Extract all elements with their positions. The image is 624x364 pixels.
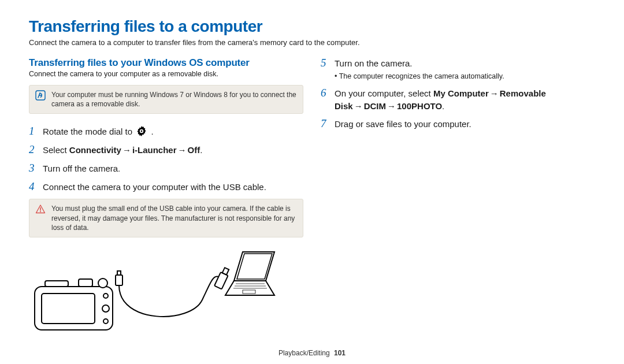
step-3-text: Turn off the camera. bbox=[43, 162, 303, 175]
info-icon bbox=[35, 90, 46, 101]
step-6-mycomputer: My Computer bbox=[433, 88, 489, 98]
svg-rect-14 bbox=[117, 271, 121, 275]
svg-point-2 bbox=[141, 131, 143, 132]
left-column: Transferring files to your Windows OS co… bbox=[29, 57, 303, 336]
section-intro: Connect the camera to your computer as a… bbox=[29, 70, 303, 78]
step-1-text-before: Rotate the mode dial to bbox=[43, 127, 132, 136]
step-6-period: . bbox=[442, 101, 444, 111]
step-1: Rotate the mode dial to . bbox=[29, 125, 303, 138]
step-4-text: Connect the camera to your computer with… bbox=[43, 181, 303, 194]
warning-note-text: You must plug the small end of the USB c… bbox=[51, 204, 297, 232]
steps-list-right: Turn on the camera. The computer recogni… bbox=[321, 57, 595, 131]
step-1-text-after: . bbox=[151, 127, 153, 136]
step-5: Turn on the camera. The computer recogni… bbox=[321, 57, 595, 81]
step-3: Turn off the camera. bbox=[29, 162, 303, 175]
warning-note: You must plug the small end of the USB c… bbox=[29, 199, 303, 237]
step-2-select: Select bbox=[43, 145, 69, 155]
page-intro: Connect the camera to a computer to tran… bbox=[29, 38, 595, 47]
steps-list-left: Rotate the mode dial to . Select Connect… bbox=[29, 125, 303, 193]
svg-point-4 bbox=[40, 211, 41, 213]
step-4: Connect the camera to your computer with… bbox=[29, 181, 303, 194]
svg-rect-13 bbox=[116, 275, 122, 285]
info-note: Your computer must be running Windows 7 … bbox=[29, 85, 303, 114]
warning-icon bbox=[35, 204, 46, 214]
step-6-100photo: 100PHOTO bbox=[397, 101, 442, 111]
step-2: Select Connectivity→i-Launcher→Off. bbox=[29, 144, 303, 157]
step-5-sub: The computer recognizes the camera autom… bbox=[335, 71, 595, 81]
step-7-text: Drag or save files to your computer. bbox=[335, 118, 595, 131]
gear-settings-icon bbox=[136, 125, 147, 137]
usb-connection-diagram bbox=[29, 249, 303, 336]
two-column-layout: Transferring files to your Windows OS co… bbox=[29, 57, 595, 336]
page-footer: Playback/Editing 101 bbox=[0, 349, 624, 357]
arrow-icon: → bbox=[178, 145, 187, 155]
section-subheading: Transferring files to your Windows OS co… bbox=[29, 57, 303, 69]
step-2-period: . bbox=[200, 145, 202, 155]
step-6-intro: On your computer, select bbox=[335, 88, 433, 98]
footer-section: Playback/Editing bbox=[278, 349, 330, 357]
step-7: Drag or save files to your computer. bbox=[321, 118, 595, 131]
arrow-icon: → bbox=[490, 88, 499, 98]
step-2-ilauncher: i-Launcher bbox=[132, 145, 177, 155]
step-6: On your computer, select My Computer→Rem… bbox=[321, 87, 595, 113]
info-note-text: Your computer must be running Windows 7 … bbox=[51, 90, 297, 109]
right-column: Turn on the camera. The computer recogni… bbox=[321, 57, 595, 336]
footer-page-number: 101 bbox=[334, 349, 346, 357]
step-2-off: Off bbox=[188, 145, 200, 155]
page-title: Transferring files to a computer bbox=[29, 17, 595, 36]
step-2-connectivity: Connectivity bbox=[69, 145, 121, 155]
arrow-icon: → bbox=[354, 101, 363, 111]
svg-rect-16 bbox=[222, 268, 229, 274]
svg-rect-10 bbox=[45, 281, 68, 287]
svg-point-12 bbox=[98, 278, 107, 288]
arrow-icon: → bbox=[387, 101, 396, 111]
svg-rect-6 bbox=[42, 294, 95, 324]
step-6-dcim: DCIM bbox=[364, 101, 386, 111]
svg-rect-11 bbox=[79, 279, 92, 287]
step-5-text: Turn on the camera. bbox=[335, 57, 595, 70]
arrow-icon: → bbox=[122, 145, 131, 155]
